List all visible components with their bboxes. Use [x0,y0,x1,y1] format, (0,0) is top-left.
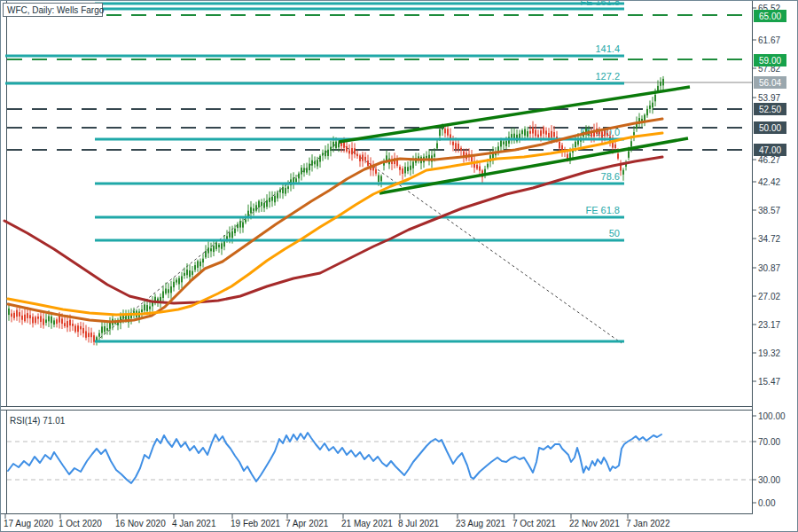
date-label[interactable]: 4 Jan 2021 [172,519,216,528]
fib-label: 78.6 [601,171,620,182]
symbol-title-box: WFC, Daily: Wells Fargo [4,4,105,17]
ma-slow-maroon[interactable] [4,157,662,303]
date-label[interactable]: 16 Nov 2020 [115,519,166,528]
date-label[interactable]: 21 May 2021 [341,519,393,528]
rsi-tick: 0.00 [758,498,776,508]
fib-label: FE 61.8 [585,205,620,215]
svg-text:59.00: 59.00 [759,56,781,66]
price-badge-50.00: 50.00 [754,121,786,134]
price-badge-65.00: 65.00 [754,10,786,22]
svg-text:47.00: 47.00 [759,145,781,155]
svg-text:56.04: 56.04 [759,78,781,88]
price-badge-56.04: 56.04 [754,76,786,89]
price-tick: 30.87 [758,263,780,273]
date-label[interactable]: 19 Feb 2021 [231,519,281,528]
price-tick: 34.72 [758,234,780,244]
svg-text:50.00: 50.00 [759,123,781,133]
rsi-line [8,433,661,483]
date-label[interactable]: 22 Nov 2021 [569,519,620,528]
rsi-canvas[interactable] [7,433,752,483]
price-tick: 38.57 [758,206,780,215]
price-tick: 46.27 [758,155,780,165]
date-label[interactable]: 1 Oct 2020 [59,519,102,528]
svg-text:65.00: 65.00 [759,12,781,21]
fib-label: 50 [609,228,620,239]
price-tick: 61.67 [758,35,780,45]
candle-series [8,76,664,346]
pane-frames [1,1,753,514]
price-tick: 27.02 [758,292,780,301]
main-chart-canvas[interactable]: FE 161.8141.4127.2FE 100.078.6FE 61.850 [4,1,752,346]
chart-window: FE 161.8141.4127.2FE 100.078.6FE 61.850 … [0,0,798,532]
price-badge-52.50: 52.50 [754,103,786,115]
price-axis[interactable]: 65.5261.6757.8253.9746.2742.4238.5734.72… [752,4,786,508]
date-label[interactable]: 7 Jan 2022 [626,519,670,528]
rsi-tick: 100.00 [758,411,786,421]
svg-text:52.50: 52.50 [759,105,781,114]
date-label[interactable]: 23 Aug 2021 [456,519,506,528]
date-label[interactable]: 7 Apr 2021 [286,519,329,528]
price-tick: 23.17 [758,320,780,330]
symbol-title: WFC, Daily: Wells Fargo [7,5,105,15]
date-label[interactable]: 17 Aug 2020 [4,519,54,528]
price-tick: 15.47 [758,377,780,387]
price-tick: 53.97 [758,93,780,103]
fib-label: 141.4 [595,43,620,54]
price-tick: 19.32 [758,348,780,358]
rsi-label: RSI(14) 71.01 [10,416,66,426]
date-label[interactable]: 8 Jul 2021 [398,519,440,528]
price-badge-47.00: 47.00 [754,144,786,156]
fib-label: 127.2 [595,71,620,82]
price-tick: 42.42 [758,177,780,187]
price-badge-59.00: 59.00 [754,54,786,66]
date-label[interactable]: 7 Oct 2021 [512,519,556,528]
date-axis[interactable]: 17 Aug 20201 Oct 202016 Nov 20204 Jan 20… [4,513,670,528]
rsi-tick: 30.00 [758,475,780,485]
rsi-tick: 70.00 [758,437,780,447]
